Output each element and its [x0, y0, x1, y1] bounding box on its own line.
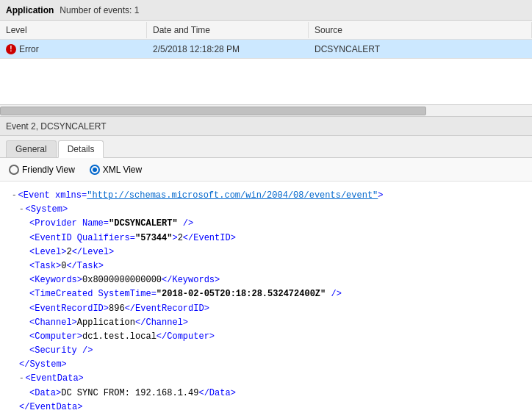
xml-timecreated-value: "2018-02-05T20:18:28.532472400Z" — [157, 287, 326, 301]
view-options: Friendly View XML View — [0, 158, 532, 182]
header-bar: Application Number of events: 1 — [0, 0, 532, 21]
friendly-view-option[interactable]: Friendly View — [9, 165, 75, 175]
xml-line-data: <Data>DC SYNC FROM: 192.168.1.49</Data> — [12, 387, 520, 401]
xml-eventid-close: </EventID> — [183, 231, 236, 245]
xml-timecreated-tag: <TimeCreated SystemTime= — [29, 287, 157, 301]
xml-line-timecreated: <TimeCreated SystemTime="2018-02-05T20:1… — [12, 287, 520, 301]
xml-eventrecordid-open: <EventRecordID> — [29, 302, 109, 316]
xml-content-area: - <Event xmlns="http://schemas.microsoft… — [0, 182, 532, 413]
horizontal-scrollbar[interactable] — [0, 105, 532, 117]
xml-radio[interactable] — [90, 165, 100, 175]
xml-provider-name-value: "DCSYNCALERT" — [109, 217, 178, 231]
xml-line-eventdata-open: - <EventData> — [12, 372, 520, 386]
xml-security-tag: <Security /> — [29, 344, 93, 358]
xml-line-channel: <Channel>Application</Channel> — [12, 316, 520, 330]
xml-provider-tag: <Provider Name= — [29, 217, 109, 231]
xml-xmlns-value[interactable]: "http://schemas.microsoft.com/win/2004/0… — [87, 189, 378, 203]
xml-timecreated-close: /> — [326, 287, 342, 301]
collapse-event-btn[interactable]: - — [12, 189, 17, 202]
xml-data-close: </Data> — [198, 387, 235, 401]
xml-task-value: 0 — [61, 259, 66, 273]
event-section-title: Event 2, DCSYNCALERT — [6, 121, 107, 132]
xml-keywords-value: 0x8000000000000 — [82, 273, 162, 287]
xml-line-eventdata-close: </EventData> — [12, 401, 520, 413]
xml-line-level: <Level>2</Level> — [12, 245, 520, 259]
xml-computer-open: <Computer> — [29, 330, 82, 344]
collapse-eventdata-btn[interactable]: - — [19, 372, 24, 385]
xml-data-open: <Data> — [29, 387, 61, 401]
table-header: Level Date and Time Source — [0, 21, 532, 40]
xml-provider-close: /> — [178, 217, 194, 231]
xml-view-option[interactable]: XML View — [90, 165, 142, 175]
tab-general[interactable]: General — [6, 140, 57, 157]
tab-details[interactable]: Details — [58, 140, 104, 158]
xml-task-close: </Task> — [66, 259, 103, 273]
xml-eventid-value: 2 — [178, 231, 183, 245]
xml-line-eventid: <EventID Qualifiers="57344">2</EventID> — [12, 231, 520, 245]
xml-level-value: 2 — [66, 245, 71, 259]
error-icon: ! — [6, 44, 16, 54]
xml-level-open: <Level> — [29, 245, 66, 259]
xml-eventrecordid-value: 896 — [109, 302, 125, 316]
xml-keywords-open: <Keywords> — [29, 273, 82, 287]
xml-eventdata-open: <EventData> — [26, 372, 84, 386]
xml-data-value: DC SYNC FROM: 192.168.1.49 — [61, 387, 198, 401]
collapse-system-btn[interactable]: - — [19, 203, 24, 216]
xml-channel-close: </Channel> — [135, 316, 188, 330]
xml-system-open: <System> — [26, 203, 68, 217]
xml-computer-close: </Computer> — [157, 330, 215, 344]
xml-line-eventrecordid: <EventRecordID>896</EventRecordID> — [12, 302, 520, 316]
xml-level-close: </Level> — [72, 245, 115, 259]
xml-computer-value: dc1.test.local — [82, 330, 157, 344]
xml-line-task: <Task>0</Task> — [12, 259, 520, 273]
cell-source: DCSYNCALERT — [309, 41, 532, 57]
xml-eventid-gt: > — [172, 231, 177, 245]
friendly-view-label: Friendly View — [22, 165, 75, 175]
event-count: Number of events: 1 — [60, 5, 139, 15]
table-row[interactable]: ! Error 2/5/2018 12:18:28 PM DCSYNCALERT — [0, 40, 532, 59]
xml-qualifiers-value: "57344" — [135, 231, 172, 245]
level-text: Error — [19, 44, 39, 54]
xml-line-provider: <Provider Name="DCSYNCALERT" /> — [12, 217, 520, 231]
xml-channel-value: Application — [77, 316, 135, 330]
xml-view-label: XML View — [103, 165, 142, 175]
xml-line-system-open: - <System> — [12, 203, 520, 217]
event-table: Level Date and Time Source ! Error 2/5/2… — [0, 21, 532, 105]
xml-line-computer: <Computer>dc1.test.local</Computer> — [12, 330, 520, 344]
tabs-bar: General Details — [0, 136, 532, 158]
xml-line-event-open: - <Event xmlns="http://schemas.microsoft… — [12, 189, 520, 203]
xml-eventid-open: <EventID Qualifiers= — [29, 231, 135, 245]
xml-eventdata-close: </EventData> — [19, 401, 82, 413]
xml-line-system-close: </System> — [12, 358, 520, 372]
cell-datetime: 2/5/2018 12:18:28 PM — [147, 41, 309, 57]
xml-line-keywords: <Keywords>0x8000000000000</Keywords> — [12, 273, 520, 287]
xml-task-open: <Task> — [29, 259, 61, 273]
xml-system-close: </System> — [19, 358, 67, 372]
col-header-level[interactable]: Level — [0, 22, 147, 38]
scroll-thumb[interactable] — [0, 107, 426, 115]
xml-keywords-close: </Keywords> — [162, 273, 220, 287]
col-header-source[interactable]: Source — [309, 22, 532, 38]
friendly-radio[interactable] — [9, 165, 19, 175]
xml-event-tag-open: <Event xmlns= — [18, 189, 87, 203]
xml-line-security: <Security /> — [12, 344, 520, 358]
cell-level: ! Error — [0, 41, 147, 57]
xml-channel-open: <Channel> — [29, 316, 77, 330]
event-section-header: Event 2, DCSYNCALERT — [0, 117, 532, 136]
xml-event-tag-close-bracket: > — [378, 189, 383, 203]
col-header-datetime[interactable]: Date and Time — [147, 22, 309, 38]
xml-eventrecordid-close: </EventRecordID> — [125, 302, 209, 316]
app-name: Application — [6, 5, 54, 15]
